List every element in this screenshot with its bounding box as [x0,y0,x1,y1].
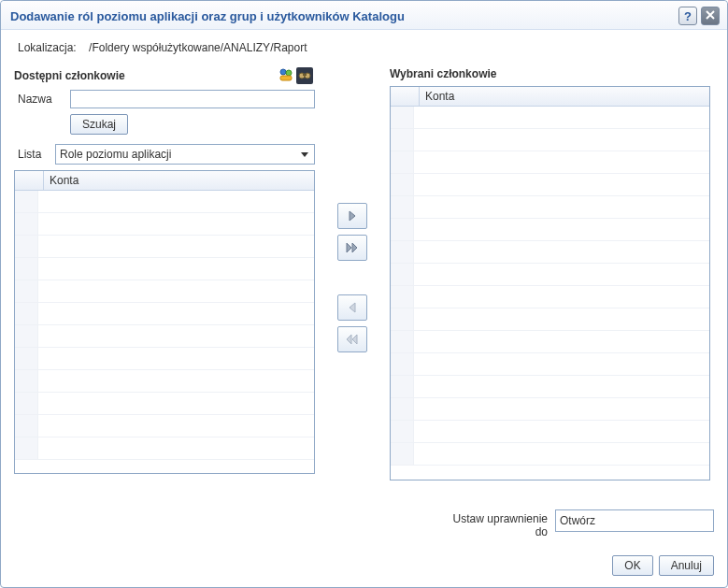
close-button[interactable] [701,7,720,25]
double-chevron-left-icon [346,334,359,345]
svg-rect-2 [280,76,292,80]
table-row[interactable] [391,196,709,219]
table-row[interactable] [391,443,709,466]
svg-point-0 [280,69,286,75]
table-row[interactable] [15,191,314,213]
selected-header-row: Wybrani członkowie [390,67,710,80]
selected-panel: Wybrani członkowie Konta [390,67,714,502]
permission-row: Ustaw uprawnienie do Otwórz [14,509,714,538]
table-row[interactable] [15,415,314,437]
table-row[interactable] [391,219,709,241]
selected-column-header: Konta [420,87,709,106]
chevron-down-icon [301,152,308,157]
table-row[interactable] [15,325,314,348]
selected-grid-body [391,107,709,480]
table-row[interactable] [391,264,709,286]
list-row: Lista Role poziomu aplikacji [14,144,315,165]
chevron-right-icon [347,210,358,222]
permission-label-line2: do [535,525,548,538]
titlebar-icons: ? [678,7,720,25]
selected-grid-head: Konta [391,87,709,107]
table-row[interactable] [391,421,709,443]
table-row[interactable] [391,398,709,421]
help-icon: ? [684,9,692,23]
table-row[interactable] [15,303,314,325]
location-row: Lokalizacja: /Foldery współużytkowane/AN… [14,37,714,67]
move-right-button[interactable] [337,203,367,229]
columns: Dostępni członkowie [14,67,714,502]
transfer-buttons [315,67,390,502]
footer: Ustaw uprawnienie do Otwórz OK Anuluj [1,502,727,587]
cancel-button[interactable]: Anuluj [659,555,714,576]
list-combo[interactable]: Role poziomu aplikacji [55,144,315,165]
selected-grid[interactable]: Konta [390,86,710,480]
name-input[interactable] [70,90,315,108]
ok-button[interactable]: OK [612,555,652,576]
dialog-body: Lokalizacja: /Foldery współużytkowane/AN… [1,30,727,502]
table-row[interactable] [391,129,709,151]
available-header-row: Dostępni członkowie [14,67,315,84]
chevron-left-icon [347,302,358,313]
svg-rect-5 [303,74,307,76]
table-row[interactable] [15,348,314,370]
table-row[interactable] [15,370,314,393]
name-row: Nazwa [14,90,315,108]
binoculars-icon-button[interactable] [296,67,313,84]
available-header-icons [278,67,313,84]
users-icon [278,67,293,85]
move-left-button[interactable] [337,294,367,321]
table-row[interactable] [15,393,314,415]
available-grid[interactable]: Konta [14,170,315,474]
svg-point-1 [286,70,292,76]
dialog-title: Dodawanie ról poziomu aplikacji oraz gru… [10,9,678,23]
available-panel: Dostępni członkowie [14,67,315,502]
table-row[interactable] [391,376,709,398]
table-row[interactable] [15,258,314,280]
table-row[interactable] [15,437,314,460]
help-button[interactable]: ? [678,7,697,25]
dialog: Dodawanie ról poziomu aplikacji oraz gru… [0,0,728,588]
table-row[interactable] [15,280,314,303]
double-chevron-right-icon [346,242,359,253]
table-row[interactable] [391,151,709,174]
grid-select-header [15,171,44,190]
move-all-right-button[interactable] [337,235,367,261]
permission-combo-text: Otwórz [560,514,709,527]
table-row[interactable] [391,308,709,331]
table-row[interactable] [391,174,709,196]
available-column-header: Konta [44,171,314,190]
search-row: Szukaj [14,114,315,135]
move-all-left-button[interactable] [337,326,367,352]
location-path: /Foldery współużytkowane/ANALIZY/Raport [89,41,307,54]
list-label: Lista [14,148,55,161]
available-grid-body [15,191,314,473]
table-row[interactable] [15,236,314,258]
list-combo-text: Role poziomu aplikacji [60,148,301,161]
available-grid-head: Konta [15,171,314,191]
titlebar: Dodawanie ról poziomu aplikacji oraz gru… [1,1,727,30]
name-label: Nazwa [14,93,70,106]
table-row[interactable] [391,353,709,376]
location-label: Lokalizacja: [18,41,77,54]
binoculars-icon [298,68,311,84]
close-icon [706,9,715,22]
action-row: OK Anuluj [14,555,714,576]
available-header: Dostępni członkowie [14,69,278,82]
search-button[interactable]: Szukaj [70,114,128,135]
permission-label-line1: Ustaw uprawnienie [453,512,548,525]
permission-label: Ustaw uprawnienie do [453,509,555,538]
table-row[interactable] [15,213,314,236]
permission-combo[interactable]: Otwórz [555,509,714,532]
grid-select-header [391,87,420,106]
table-row[interactable] [391,331,709,353]
table-row[interactable] [391,241,709,264]
selected-header: Wybrani członkowie [390,67,710,80]
table-row[interactable] [391,107,709,129]
users-icon-button[interactable] [278,67,294,84]
table-row[interactable] [391,286,709,308]
